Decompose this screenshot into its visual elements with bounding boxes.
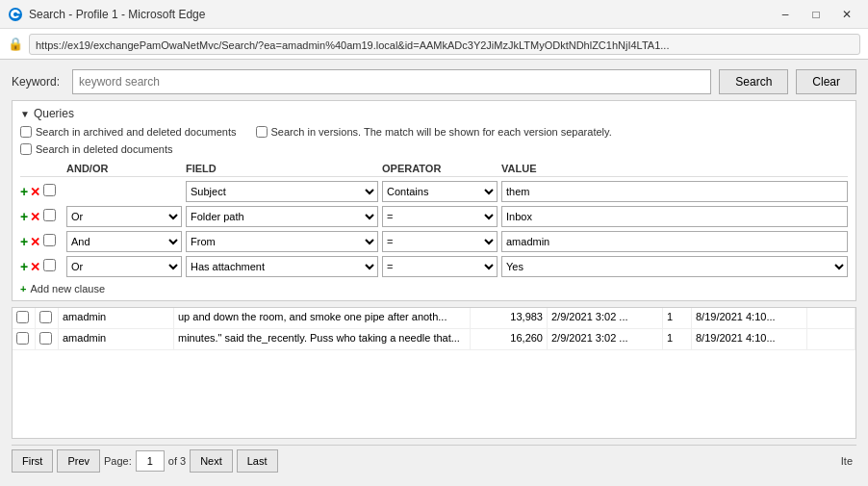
remove-clause-4-button[interactable]: ✕ <box>30 260 40 274</box>
clause-actions-2: + ✕ <box>20 209 39 224</box>
add-clause-4-button[interactable]: + <box>20 259 28 274</box>
keyword-label: Keyword: <box>12 75 64 89</box>
row-1-col9 <box>807 308 855 328</box>
maximize-button[interactable]: □ <box>803 5 830 24</box>
row-2-subject: minutes." said the_recently. Puss who ta… <box>174 329 471 349</box>
col-drag <box>20 163 39 174</box>
clear-button[interactable]: Clear <box>796 69 856 94</box>
window-title: Search - Profile 1 - Microsoft Edge <box>29 8 205 21</box>
clause-4-andor-select[interactable]: Or And <box>66 256 182 277</box>
clause-1-operator-select[interactable]: Contains = <box>382 181 498 202</box>
checkbox-versions-label: Search in versions. The match will be sh… <box>271 126 612 138</box>
add-clause-row: + Add new clause <box>20 283 848 294</box>
clause-actions-4: + ✕ <box>20 259 39 274</box>
clause-2-checkbox[interactable] <box>43 209 56 221</box>
title-bar-left: Search - Profile 1 - Microsoft Edge <box>8 7 205 22</box>
checkbox-versions-input[interactable] <box>256 126 268 138</box>
row-1-from: amadmin <box>59 308 174 328</box>
title-bar: Search - Profile 1 - Microsoft Edge – □ … <box>0 0 868 29</box>
add-new-clause-button[interactable]: Add new clause <box>30 283 105 294</box>
checkbox-archived-label: Search in archived and deleted documents <box>36 126 237 138</box>
clause-2-field-select[interactable]: Folder path Subject From <box>186 206 378 227</box>
clause-4-checkbox[interactable] <box>43 259 56 271</box>
queries-label: Queries <box>34 107 74 120</box>
add-clause-1-button[interactable]: + <box>20 184 28 199</box>
queries-section: ▼ Queries Search in archived and deleted… <box>12 100 856 301</box>
add-clause-3-button[interactable]: + <box>20 234 28 249</box>
clause-1-value-input[interactable] <box>501 181 848 202</box>
row-1-col1 <box>13 308 36 328</box>
page-input[interactable] <box>136 450 165 472</box>
col-andor-header: AND/OR <box>66 163 182 174</box>
row-2-col7: 1 <box>663 329 692 349</box>
close-button[interactable]: ✕ <box>833 5 860 24</box>
clause-actions-1: + ✕ <box>20 184 39 199</box>
remove-clause-3-button[interactable]: ✕ <box>30 235 40 249</box>
clause-4-operator-select[interactable]: = Contains <box>382 256 498 277</box>
main-content: Keyword: Search Clear ▼ Queries Search i… <box>0 60 868 486</box>
minimize-button[interactable]: – <box>772 5 799 24</box>
checkbox-archived[interactable]: Search in archived and deleted documents <box>20 126 237 138</box>
address-bar: 🔒 https://ex19/exchangePamOwaNetMvc/Sear… <box>0 29 868 60</box>
clause-row-2: + ✕ Or And Folder path Subject From = Co… <box>20 204 848 229</box>
clause-2-operator-select[interactable]: = Contains <box>382 206 498 227</box>
row-2-from: amadmin <box>59 329 174 349</box>
row-1-subject: up and down the room, and smoke one pipe… <box>174 308 471 328</box>
clause-actions-3: + ✕ <box>20 234 39 249</box>
last-button[interactable]: Last <box>237 449 278 473</box>
checkbox-deleted[interactable]: Search in deleted documents <box>20 143 172 155</box>
clause-4-value-select[interactable]: Yes No <box>501 256 848 277</box>
row-2-size: 16,260 <box>471 329 548 349</box>
row-1-size: 13,983 <box>471 308 548 328</box>
prev-button[interactable]: Prev <box>57 449 100 473</box>
remove-clause-1-button[interactable]: ✕ <box>30 185 40 199</box>
row-1-checkbox2[interactable] <box>39 311 52 323</box>
checkbox-deleted-label: Search in deleted documents <box>36 143 172 155</box>
row-2-date2: 8/19/2021 4:10... <box>692 329 807 349</box>
clause-3-operator-select[interactable]: = Contains <box>382 231 498 252</box>
clause-1-check <box>43 184 63 199</box>
clause-2-check <box>43 209 63 224</box>
remove-clause-2-button[interactable]: ✕ <box>30 210 40 224</box>
clause-3-checkbox[interactable] <box>43 234 56 246</box>
clause-1-checkbox[interactable] <box>43 184 56 196</box>
results-table: amadmin up and down the room, and smoke … <box>12 307 856 439</box>
col-field-header: FIELD <box>186 163 378 174</box>
row-2-col1 <box>13 329 36 349</box>
clause-3-value-input[interactable] <box>501 231 848 252</box>
row-1-checkbox[interactable] <box>16 311 29 323</box>
edge-icon <box>8 7 23 22</box>
clause-2-andor-select[interactable]: Or And <box>66 206 182 227</box>
checkbox-deleted-input[interactable] <box>20 143 32 155</box>
clause-row-4: + ✕ Or And Has attachment Subject From =… <box>20 254 848 279</box>
next-button[interactable]: Next <box>190 449 233 473</box>
checkbox-versions[interactable]: Search in versions. The match will be sh… <box>256 126 612 138</box>
keyword-input[interactable] <box>72 69 711 94</box>
clause-header: AND/OR FIELD OPERATOR VALUE <box>20 161 848 177</box>
clause-4-field-select[interactable]: Has attachment Subject From <box>186 256 378 277</box>
url-bar[interactable]: https://ex19/exchangePamOwaNetMvc/Search… <box>29 34 860 55</box>
row-2-checkbox2[interactable] <box>39 332 52 345</box>
first-button[interactable]: First <box>12 449 53 473</box>
title-bar-controls: – □ ✕ <box>772 5 860 24</box>
results-body: amadmin up and down the room, and smoke … <box>13 308 855 438</box>
table-row[interactable]: amadmin up and down the room, and smoke … <box>13 308 855 329</box>
expand-icon: ▼ <box>20 109 30 119</box>
clause-1-field-select[interactable]: Subject Folder path From Has attachment <box>186 181 378 202</box>
row-2-date1: 2/9/2021 3:02 ... <box>548 329 663 349</box>
checkboxes-row: Search in archived and deleted documents… <box>20 126 848 138</box>
clause-2-value-input[interactable] <box>501 206 848 227</box>
row-2-checkbox[interactable] <box>16 332 29 345</box>
clause-3-field-select[interactable]: From Subject Folder path <box>186 231 378 252</box>
clause-3-check <box>43 234 63 249</box>
clause-3-andor-select[interactable]: And Or <box>66 231 182 252</box>
col-operator-header: OPERATOR <box>382 163 498 174</box>
clause-row-1: + ✕ Subject Folder path From Has attachm… <box>20 179 848 204</box>
page-label: Page: <box>104 455 132 467</box>
row-1-col2 <box>36 308 59 328</box>
search-button[interactable]: Search <box>719 69 788 94</box>
table-row[interactable]: amadmin minutes." said the_recently. Pus… <box>13 329 855 350</box>
checkbox-archived-input[interactable] <box>20 126 32 138</box>
add-clause-2-button[interactable]: + <box>20 209 28 224</box>
lock-icon: 🔒 <box>8 37 23 51</box>
